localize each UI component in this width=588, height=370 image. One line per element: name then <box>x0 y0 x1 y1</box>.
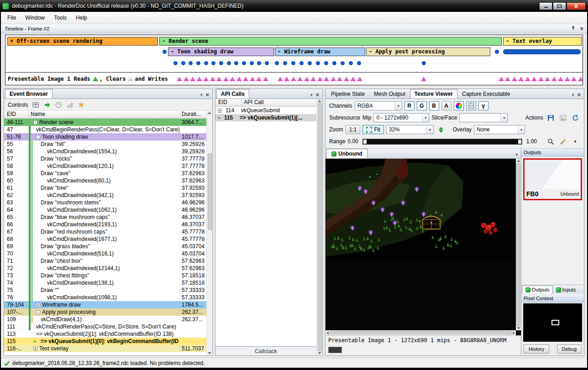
timeline-event-dot[interactable] <box>250 61 254 65</box>
dock-tab[interactable]: Mesh Output <box>369 89 410 99</box>
column-header-eid[interactable]: EID <box>4 111 29 118</box>
write-triangle-icon[interactable] <box>317 77 323 81</box>
channel-red-button[interactable]: R <box>404 101 415 110</box>
range-options-button[interactable]: ▾ <box>570 137 580 146</box>
timeline-event-dot[interactable] <box>316 61 320 65</box>
range-handle-white[interactable] <box>518 140 521 144</box>
write-triangle-icon[interactable] <box>310 77 316 81</box>
range-slider[interactable] <box>362 139 522 145</box>
dock-tab[interactable]: Capture Executable <box>457 89 514 99</box>
tab-api-calls[interactable]: API Calls <box>216 89 249 99</box>
texture-horizontal-scrollbar[interactable] <box>326 330 516 335</box>
scroll-down-icon[interactable] <box>208 352 211 354</box>
history-button[interactable]: History <box>524 344 549 354</box>
scrollbar-thumb[interactable] <box>318 103 322 351</box>
write-triangle-icon[interactable] <box>344 77 349 81</box>
scrollbar-thumb[interactable] <box>208 153 212 230</box>
zoom-1to1-button[interactable]: 1:1 <box>346 125 361 134</box>
close-icon[interactable]: × <box>580 26 583 31</box>
dock-tab[interactable]: Pipeline State <box>326 89 369 99</box>
event-row[interactable]: 73 Draw "chest fittings" 57.18518 <box>4 272 206 279</box>
save-texture-button[interactable] <box>546 113 556 122</box>
event-row[interactable]: 70 vkCmdDrawIndexed(516,1) 45.03704 <box>4 250 206 257</box>
write-triangle-icon[interactable] <box>284 77 289 81</box>
write-triangle-icon[interactable] <box>223 77 229 81</box>
timeline-event-dot[interactable] <box>242 61 246 65</box>
event-row[interactable]: 66 vkCmdDrawIndexed(2193,1) 46.37037 <box>4 221 206 228</box>
timeline-event-dot[interactable] <box>234 61 238 65</box>
timeline-event-dot[interactable] <box>349 61 353 65</box>
tab-inputs[interactable]: Inputs <box>553 286 579 293</box>
autofit-range-button[interactable] <box>558 137 568 146</box>
event-row[interactable]: 76 vkCmdDrawIndexed(1098,1) 57.33333 <box>4 294 206 301</box>
bookmark-icon[interactable] <box>78 101 85 109</box>
scroll-up-icon[interactable] <box>208 112 211 114</box>
close-icon[interactable]: × <box>205 93 209 97</box>
zoom-fit-button[interactable]: Fit <box>362 125 383 134</box>
event-browser-scrollbar[interactable] <box>206 111 212 355</box>
slice-face-select[interactable]: ▾ <box>459 113 508 122</box>
write-triangle-icon[interactable] <box>512 77 517 81</box>
timeline-event-dot[interactable] <box>291 61 295 65</box>
event-row[interactable]: 55 Draw "hill" 39.25926 <box>4 141 206 148</box>
texture-viewport[interactable] <box>326 159 521 335</box>
event-row[interactable]: 64 vkCmdDrawIndexed(1062,1) 46.96296 <box>4 206 206 214</box>
write-triangle-icon[interactable] <box>297 77 303 81</box>
rendered-texture-image[interactable] <box>326 159 512 261</box>
timeline-event-dot[interactable] <box>196 61 200 65</box>
timeline-marker-bar[interactable]: - Render scene <box>159 37 502 46</box>
scroll-up-icon[interactable] <box>318 100 321 102</box>
timeline-event-dot[interactable] <box>341 61 345 65</box>
event-row[interactable]: 59 Draw "cave" 37.62963 <box>4 170 206 177</box>
timeline-event-dot[interactable] <box>265 61 269 65</box>
event-row[interactable]: 68 vkCmdDrawIndexed(1677,1) 45.77778 <box>4 235 206 243</box>
debug-button[interactable]: Debug <box>557 344 582 354</box>
event-row[interactable]: 46-111 - Render scene 3064.7... <box>4 119 206 126</box>
write-triangle-icon[interactable] <box>337 77 342 81</box>
write-triangle-icon[interactable] <box>531 77 537 81</box>
write-triangle-icon[interactable] <box>525 77 530 81</box>
columns-icon[interactable] <box>32 101 40 109</box>
write-triangle-icon[interactable] <box>190 77 195 81</box>
api-call-row[interactable]: ► 115 => vkQueueSubmit(1)[... <box>215 114 316 121</box>
timeline-marker-bar[interactable]: - Wireframe draw <box>275 47 365 56</box>
event-row[interactable]: 116-... + Text overlay 511.7037 <box>4 345 206 352</box>
scroll-down-icon[interactable] <box>318 352 321 354</box>
write-triangle-icon[interactable] <box>578 77 583 81</box>
open-image-button[interactable] <box>558 113 568 122</box>
event-row[interactable]: 67 Draw "red mushroom caps" 45.77778 <box>4 228 206 235</box>
write-triangle-icon[interactable] <box>236 77 242 81</box>
event-row[interactable]: 78-104 + Wireframe draw 1784.5... <box>4 301 206 308</box>
timeline-event-dot[interactable] <box>227 61 231 65</box>
event-row[interactable]: 58 vkCmdDrawIndexed(120,1) 37.77778 <box>4 162 206 170</box>
timeline-event-dot[interactable] <box>495 50 499 54</box>
event-row[interactable]: 115 ► => vkQueueSubmit(1)[0]: vkBeginCom… <box>4 338 206 345</box>
zoom-range-button[interactable] <box>546 137 556 146</box>
event-row[interactable]: 63 Draw "mushroom stems" 46.96296 <box>4 199 206 206</box>
expander-icon[interactable]: - <box>36 135 40 139</box>
write-triangle-icon[interactable] <box>177 77 182 81</box>
chevron-down-icon[interactable]: ▾ <box>200 93 203 97</box>
alpha-background-button[interactable] <box>466 101 476 110</box>
timeline-event-dot[interactable] <box>357 61 361 65</box>
expander-icon[interactable]: + <box>36 303 40 307</box>
event-row[interactable]: 107-... - Apply post processing 262.37..… <box>4 308 206 316</box>
timeline-event-dot[interactable] <box>211 61 215 65</box>
event-row[interactable]: 51-76 - Toon shading draw 1017.7... <box>4 133 206 141</box>
timeline-marker-bar[interactable]: + Off-screen scene rendering <box>7 37 158 46</box>
timeline-event-dot[interactable] <box>163 50 167 54</box>
scrollbar-thumb[interactable] <box>330 331 512 334</box>
timeline-event-dot[interactable] <box>422 61 426 65</box>
tab-outputs[interactable]: Outputs <box>522 286 553 293</box>
timeline-marker-bar[interactable]: - Apply post processing <box>366 47 490 56</box>
write-triangle-icon[interactable] <box>216 77 222 81</box>
timeline-event-dot[interactable] <box>189 61 193 65</box>
event-row[interactable]: 57 Draw "rocks" 37.77778 <box>4 155 206 162</box>
write-triangle-icon[interactable] <box>304 77 310 81</box>
scroll-right-icon[interactable] <box>513 331 515 335</box>
timeline-event-dot[interactable] <box>181 61 185 65</box>
minimize-button[interactable] <box>539 2 552 10</box>
zoom-select[interactable]: 32%▾ <box>386 125 434 134</box>
texture-tab-unbound[interactable]: Unbound <box>326 149 368 158</box>
maximize-button[interactable] <box>553 2 566 10</box>
